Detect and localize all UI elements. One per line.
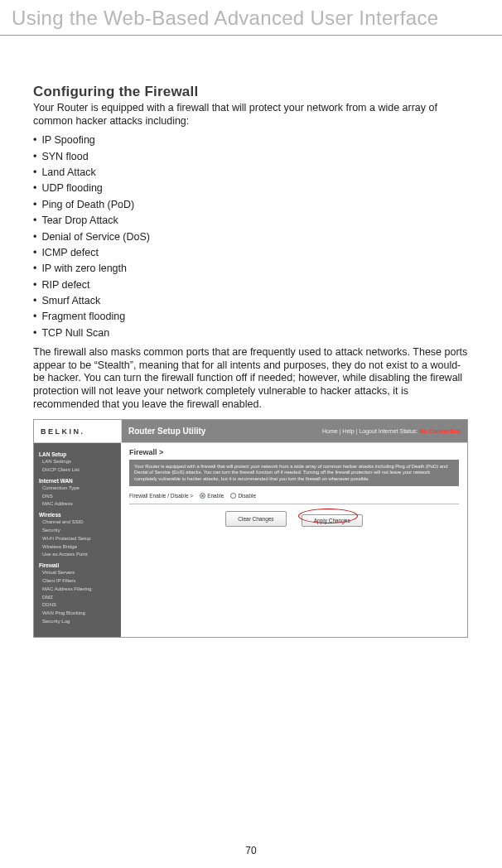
radio-dot-icon [200, 493, 205, 499]
radio-disable[interactable]: Disable [230, 493, 256, 499]
sidebar-item[interactable]: Connection Type [39, 485, 116, 493]
list-item: UDP flooding [33, 181, 469, 196]
sidebar-group-wireless: Wireless [39, 512, 116, 518]
firewall-toggle-row: Firewall Enable / Disable > Enable Disab… [129, 493, 459, 499]
list-item: ICMP defect [33, 245, 469, 261]
ui-titlebar: Router Setup Utility Home | Help | Logou… [122, 420, 467, 442]
panel-description: Your Router is equipped with a firewall … [129, 460, 459, 486]
router-ui-screenshot: BELKIN. Router Setup Utility Home | Help… [33, 419, 468, 638]
list-item: Land Attack [33, 165, 469, 181]
list-item: Tear Drop Attack [33, 213, 469, 229]
attack-list: IP Spoofing SYN flood Land Attack UDP fl… [33, 133, 469, 341]
ui-title: Router Setup Utility [128, 427, 205, 436]
brand-logo-text: BELKIN. [41, 427, 85, 436]
sidebar-group-wan: Internet WAN [39, 478, 116, 484]
sidebar-item[interactable]: Virtual Servers [39, 569, 116, 577]
sidebar-item[interactable]: Client IP Filters [39, 577, 116, 586]
sidebar-item[interactable]: Use as Access Point [39, 551, 116, 559]
sidebar-item[interactable]: MAC Address Filtering [39, 586, 116, 594]
radio-enable[interactable]: Enable [200, 493, 224, 499]
sidebar-item[interactable]: Wi-Fi Protected Setup [39, 535, 116, 543]
sidebar-item[interactable]: Security Log [39, 618, 116, 626]
sidebar-group-firewall: Firewall [39, 562, 116, 568]
apply-changes-button[interactable]: Apply Changes [302, 514, 363, 527]
sidebar-item[interactable]: DDNS [39, 601, 116, 610]
list-item: TCP Null Scan [33, 326, 469, 341]
toggle-label: Firewall Enable / Disable > [129, 493, 193, 499]
list-item: Denial of Service (DoS) [33, 229, 469, 245]
page-content: Configuring the Firewall Your Router is … [0, 36, 502, 638]
sidebar-item[interactable]: LAN Settings [39, 458, 116, 466]
list-item: IP Spoofing [33, 133, 469, 148]
radio-enable-label: Enable [207, 493, 224, 499]
list-item: IP with zero length [33, 261, 469, 277]
list-item: SYN flood [33, 149, 469, 165]
button-row: Clear Changes Apply Changes [129, 511, 459, 527]
ui-topnav: Home | Help | Logout Internet Status: No… [322, 428, 461, 434]
sidebar-item[interactable]: Security [39, 527, 116, 535]
page-number: 70 [0, 845, 502, 856]
list-item: Ping of Death (PoD) [33, 197, 469, 213]
list-item: RIP defect [33, 277, 469, 293]
sidebar-group-lan: LAN Setup [39, 451, 116, 457]
sidebar-item[interactable]: MAC Address [39, 500, 116, 509]
topnav-links[interactable]: Home | Help | Logout Internet Status: [322, 428, 418, 434]
sidebar-item[interactable]: WAN Ping Blocking [39, 610, 116, 618]
section-intro: Your Router is equipped with a firewall … [33, 102, 469, 128]
ui-body: LAN Setup LAN Settings DHCP Client List … [34, 443, 467, 637]
list-item: Smurf Attack [33, 293, 469, 309]
radio-disable-label: Disable [238, 493, 256, 499]
ui-topbar: BELKIN. Router Setup Utility Home | Help… [34, 420, 467, 443]
chapter-title: Using the Web-Based Advanced User Interf… [0, 0, 502, 35]
ui-main-panel: Firewall > Your Router is equipped with … [121, 443, 467, 637]
section-outro: The firewall also masks common ports tha… [33, 346, 469, 411]
internet-status: No Connection [419, 428, 461, 434]
breadcrumb: Firewall > [129, 448, 459, 456]
radio-dot-icon [230, 493, 236, 499]
list-item: Fragment flooding [33, 309, 469, 325]
sidebar-item[interactable]: DMZ [39, 594, 116, 602]
brand-logo: BELKIN. [34, 420, 122, 442]
sidebar-item[interactable]: Channel and SSID [39, 518, 116, 527]
sidebar-item[interactable]: Wireless Bridge [39, 543, 116, 552]
ui-sidebar: LAN Setup LAN Settings DHCP Client List … [34, 443, 121, 637]
clear-changes-button[interactable]: Clear Changes [225, 511, 286, 527]
sidebar-item[interactable]: DHCP Client List [39, 466, 116, 475]
sidebar-item[interactable]: DNS [39, 493, 116, 501]
divider [129, 504, 459, 504]
section-heading: Configuring the Firewall [33, 84, 469, 100]
